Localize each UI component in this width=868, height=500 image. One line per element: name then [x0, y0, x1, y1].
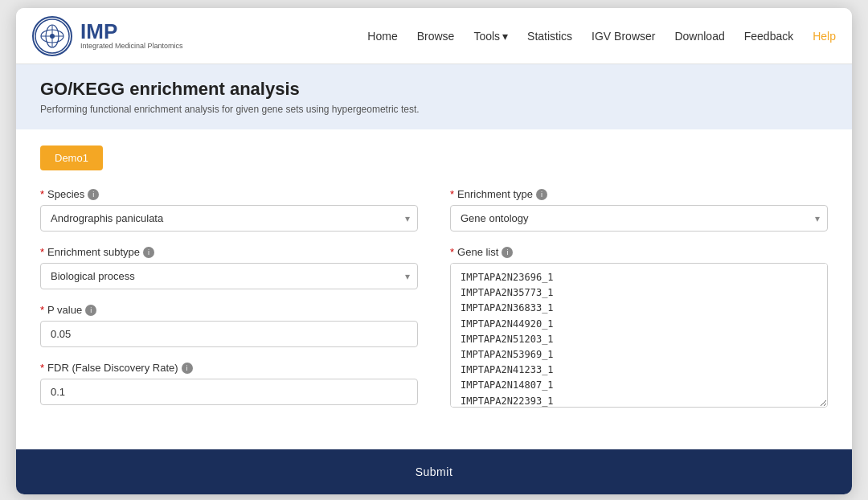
page-header: GO/KEGG enrichment analysis Performing f…: [16, 64, 852, 129]
gene-list-textarea[interactable]: IMPTAPA2N23696_1 IMPTAPA2N35773_1 IMPTAP…: [450, 263, 828, 408]
submit-button[interactable]: Submit: [391, 461, 477, 483]
species-label: * Species i: [40, 188, 418, 200]
nav-statistics[interactable]: Statistics: [527, 30, 572, 43]
logo-area: IMP Integrated Medicinal Plantomics: [32, 16, 183, 56]
species-info-icon[interactable]: i: [88, 189, 99, 200]
fdr-group: * FDR (False Discovery Rate) i: [40, 362, 418, 405]
gene-list-group: * Gene list i IMPTAPA2N23696_1 IMPTAPA2N…: [450, 246, 828, 411]
left-column: * Species i Andrographis paniculata * En: [40, 188, 418, 425]
nav-download[interactable]: Download: [674, 30, 724, 43]
nav-browse[interactable]: Browse: [417, 30, 455, 43]
form-grid: * Species i Andrographis paniculata * En: [40, 188, 828, 425]
enrichment-subtype-label: * Enrichment subtype i: [40, 246, 418, 258]
species-group: * Species i Andrographis paniculata: [40, 188, 418, 232]
logo-icon: [32, 16, 72, 56]
nav-igv-browser[interactable]: IGV Browser: [592, 30, 655, 43]
species-select-wrapper: Andrographis paniculata: [40, 205, 418, 232]
gene-list-info-icon[interactable]: i: [502, 247, 513, 258]
enrichment-subtype-select-wrapper: Biological process Molecular function Ce…: [40, 263, 418, 289]
enrichment-type-select[interactable]: Gene ontology KEGG pathway: [450, 205, 828, 232]
nav-feedback[interactable]: Feedback: [744, 30, 793, 43]
fdr-info-icon[interactable]: i: [182, 363, 193, 374]
page-title: GO/KEGG enrichment analysis: [40, 79, 828, 100]
nav-links: Home Browse Tools ▾ Statistics IGV Brows…: [367, 30, 836, 43]
demo1-button[interactable]: Demo1: [40, 145, 103, 170]
species-select[interactable]: Andrographis paniculata: [40, 205, 418, 232]
nav-help[interactable]: Help: [813, 30, 836, 43]
logo-text: IMP Integrated Medicinal Plantomics: [80, 21, 183, 51]
right-column: * Enrichment type i Gene ontology KEGG p…: [450, 188, 828, 425]
fdr-label: * FDR (False Discovery Rate) i: [40, 362, 418, 374]
enrichment-subtype-info-icon[interactable]: i: [143, 247, 154, 258]
navbar: IMP Integrated Medicinal Plantomics Home…: [16, 8, 852, 64]
enrichment-subtype-group: * Enrichment subtype i Biological proces…: [40, 246, 418, 289]
nav-tools[interactable]: Tools ▾: [473, 30, 508, 43]
pvalue-input[interactable]: [40, 321, 418, 347]
enrichment-subtype-select[interactable]: Biological process Molecular function Ce…: [40, 263, 418, 289]
pvalue-info-icon[interactable]: i: [85, 305, 96, 316]
enrichment-type-info-icon[interactable]: i: [536, 189, 547, 200]
pvalue-group: * P value i: [40, 304, 418, 347]
logo-subtitle-text: Integrated Medicinal Plantomics: [80, 42, 183, 51]
pvalue-label: * P value i: [40, 304, 418, 316]
gene-list-label: * Gene list i: [450, 246, 828, 258]
fdr-input[interactable]: [40, 379, 418, 405]
main-window: IMP Integrated Medicinal Plantomics Home…: [16, 8, 852, 494]
nav-home[interactable]: Home: [367, 30, 397, 43]
enrichment-type-group: * Enrichment type i Gene ontology KEGG p…: [450, 188, 828, 232]
enrichment-type-select-wrapper: Gene ontology KEGG pathway: [450, 205, 828, 232]
page-subtitle: Performing functional enrichment analysi…: [40, 104, 828, 115]
logo-imp-text: IMP: [80, 21, 183, 42]
enrichment-type-label: * Enrichment type i: [450, 188, 828, 200]
submit-bar: Submit: [16, 449, 852, 494]
main-content: Demo1 * Species i Andrographis paniculat…: [16, 129, 852, 441]
tools-chevron-icon: ▾: [502, 30, 508, 43]
